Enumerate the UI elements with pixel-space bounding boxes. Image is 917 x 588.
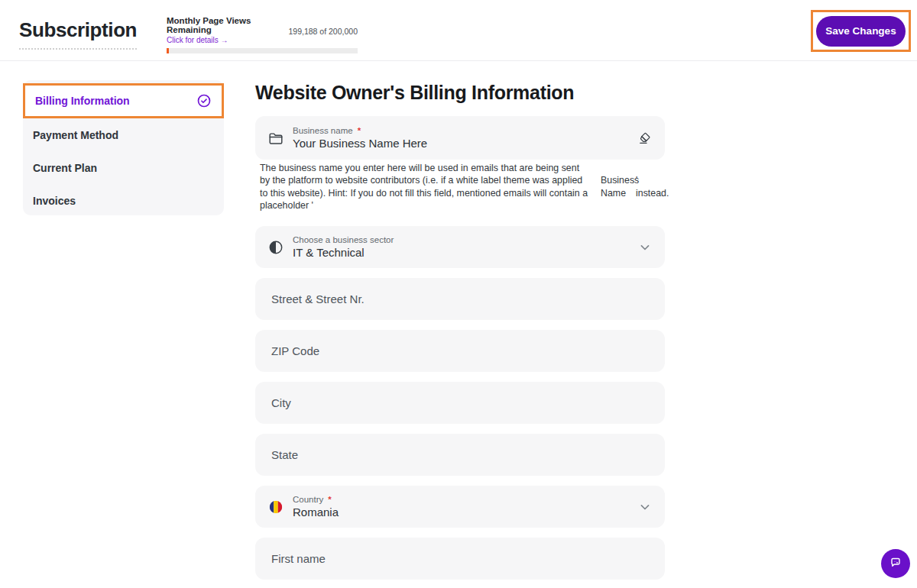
state-placeholder: State xyxy=(267,448,298,461)
first-name-input[interactable]: First name xyxy=(255,538,665,580)
required-asterisk: * xyxy=(358,126,361,135)
page-views-count: 199,188 of 200,000 xyxy=(288,27,358,36)
billing-sidebar: Billing Information Payment Method Curre… xyxy=(23,80,224,215)
section-heading: Website Owner's Billing Information xyxy=(255,82,574,104)
street-input[interactable]: Street & Street Nr. xyxy=(255,278,665,320)
required-asterisk: * xyxy=(328,495,331,504)
sidebar-item-invoices[interactable]: Invoices xyxy=(23,184,224,217)
zip-code-placeholder: ZIP Code xyxy=(267,344,319,357)
city-input[interactable]: City xyxy=(255,382,665,424)
help-fragment-word: Business xyxy=(601,174,636,186)
business-name-value: Your Business Name Here xyxy=(293,137,427,150)
state-input[interactable]: State xyxy=(255,434,665,476)
sidebar-item-label: Current Plan xyxy=(33,162,97,174)
romania-flag-icon xyxy=(267,499,284,515)
click-for-details-link[interactable]: Click for details → xyxy=(167,36,358,44)
business-sector-label: Choose a business sector xyxy=(293,235,394,244)
save-button-annotation-box: Save Changes xyxy=(811,10,911,52)
sidebar-item-billing-information[interactable]: Billing Information xyxy=(23,83,224,118)
city-placeholder: City xyxy=(267,396,291,409)
sidebar-item-label: Invoices xyxy=(33,195,76,207)
zip-code-input[interactable]: ZIP Code xyxy=(255,330,665,372)
country-select[interactable]: Country * Romania xyxy=(255,486,665,528)
chevron-down-icon xyxy=(637,499,653,515)
help-text-fragment: Business ' Name instead. xyxy=(601,174,669,199)
page-views-label: Monthly Page Views Remaining xyxy=(167,16,284,34)
chevron-down-icon xyxy=(637,240,653,255)
first-name-placeholder: First name xyxy=(267,552,326,565)
help-fragment-word: ' xyxy=(636,174,669,186)
help-text-main: The business name you enter here will be… xyxy=(260,162,590,212)
page-views-progress-bar xyxy=(167,48,358,53)
business-sector-value: IT & Technical xyxy=(293,246,394,259)
business-name-field[interactable]: Business name * Your Business Name Here xyxy=(255,116,665,160)
business-name-label: Business name xyxy=(293,126,353,135)
sidebar-item-label: Payment Method xyxy=(33,129,118,141)
header: Subscription Monthly Page Views Remainin… xyxy=(0,0,917,61)
chat-widget-button[interactable] xyxy=(881,549,910,578)
country-value: Romania xyxy=(293,506,339,519)
help-fragment-word: instead. xyxy=(636,187,669,199)
page-views-progress-fill xyxy=(167,48,169,53)
eraser-icon xyxy=(637,131,653,146)
contrast-icon xyxy=(267,239,284,256)
page-title: Subscription xyxy=(19,18,137,50)
street-placeholder: Street & Street Nr. xyxy=(267,292,365,305)
sidebar-item-label: Billing Information xyxy=(35,95,130,107)
folder-icon xyxy=(267,130,284,147)
business-name-help-text: The business name you enter here will be… xyxy=(260,162,665,212)
business-sector-select[interactable]: Choose a business sector IT & Technical xyxy=(255,226,665,268)
check-circle-icon xyxy=(196,93,212,108)
clear-field-button[interactable] xyxy=(637,131,653,146)
chat-bubble-icon xyxy=(888,554,903,573)
page-views-widget: Monthly Page Views Remaining 199,188 of … xyxy=(167,16,358,53)
sidebar-item-payment-method[interactable]: Payment Method xyxy=(23,118,224,151)
sidebar-item-current-plan[interactable]: Current Plan xyxy=(23,151,224,184)
country-label: Country xyxy=(293,495,323,504)
help-fragment-word: Name xyxy=(601,187,636,199)
save-changes-button[interactable]: Save Changes xyxy=(816,16,906,47)
